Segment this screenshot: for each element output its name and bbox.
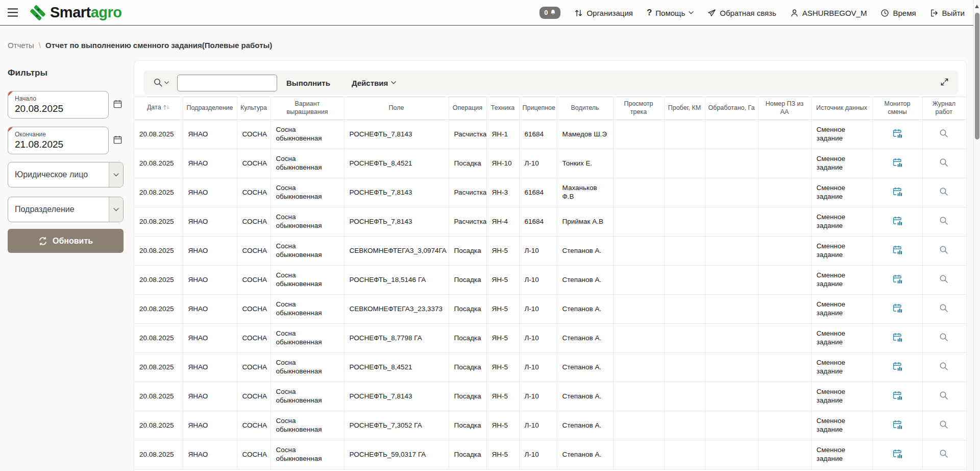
cell-driver: Степанов А.	[557, 324, 613, 353]
notifications-button[interactable]: 0	[540, 7, 560, 19]
cell-track-view	[613, 382, 664, 411]
report-table-wrapper: Дата Подразделение Культура Вариант выра…	[134, 97, 966, 471]
work-journal-icon[interactable]	[939, 333, 948, 342]
logo-text[interactable]: Smartagro	[50, 4, 122, 21]
column-header-track-view[interactable]: Просмотр трека	[613, 97, 664, 120]
legal-entity-placeholder: Юридическое лицо	[8, 170, 109, 179]
cell-culture: СОСНА	[237, 324, 271, 353]
cell-shift-monitor	[872, 353, 922, 382]
shift-monitor-icon[interactable]	[892, 449, 902, 459]
scrollbar-up-arrow[interactable]	[975, 5, 979, 8]
menu-item-feedback[interactable]: Обратная связь	[707, 9, 776, 17]
shift-monitor-icon[interactable]	[892, 419, 902, 430]
swap-vertical-icon	[574, 9, 583, 17]
cell-vehicle: ЯН-5	[486, 237, 519, 266]
work-journal-icon[interactable]	[939, 303, 948, 313]
cell-data-source: Сменное задание	[811, 324, 872, 353]
cell-task-number	[758, 440, 811, 469]
menu-item-time[interactable]: Время	[880, 9, 916, 17]
column-header-operation[interactable]: Операция	[449, 97, 486, 120]
refresh-button[interactable]: Обновить	[8, 229, 124, 253]
column-header-data-source[interactable]: Источник данных	[811, 97, 872, 120]
column-header-date[interactable]: Дата	[134, 97, 183, 120]
person-icon	[790, 9, 799, 17]
cell-field: РОСНЕФТЬ_7,3052 ГА	[344, 411, 449, 440]
column-header-division[interactable]: Подразделение	[183, 97, 237, 120]
shift-monitor-icon[interactable]	[892, 157, 902, 168]
execute-button[interactable]: Выполнить	[286, 79, 330, 87]
shift-monitor-icon[interactable]	[892, 216, 902, 226]
shift-monitor-icon[interactable]	[892, 332, 902, 342]
column-header-processed[interactable]: Обработано, Га	[705, 97, 758, 120]
cell-variant: Сосна обыкновенная	[271, 207, 344, 237]
logout-icon	[930, 9, 939, 17]
cell-mileage	[664, 237, 705, 266]
shift-monitor-icon[interactable]	[892, 245, 902, 255]
scrollbar-thumb[interactable]	[975, 13, 979, 139]
work-journal-icon[interactable]	[939, 420, 948, 429]
cell-shift-monitor	[872, 237, 922, 266]
menu-item-user[interactable]: ASHURBEGOV_M	[790, 9, 867, 17]
start-date-field[interactable]: Начало 20.08.2025	[8, 91, 109, 119]
work-journal-icon[interactable]	[939, 391, 948, 400]
cell-trailer: Л-10	[519, 149, 557, 178]
shift-monitor-icon[interactable]	[892, 390, 902, 401]
cell-shift-monitor	[872, 120, 922, 149]
breadcrumb-reports-link[interactable]: Отчеты	[8, 41, 34, 50]
end-date-field[interactable]: Окончание 21.08.2025	[8, 127, 109, 154]
end-date-calendar-button[interactable]	[112, 134, 124, 147]
search-input[interactable]	[177, 75, 277, 91]
cell-culture: СОСНА	[237, 149, 271, 178]
column-header-variant[interactable]: Вариант выращивания	[271, 97, 344, 120]
cell-track-view	[613, 266, 664, 295]
column-header-vehicle[interactable]: Техника	[486, 97, 519, 120]
page-scrollbar	[973, 0, 980, 471]
actions-menu-button[interactable]: Действия	[352, 79, 396, 87]
cell-driver: Степанов А.	[557, 353, 613, 382]
cell-shift-monitor	[872, 382, 922, 411]
work-journal-icon[interactable]	[939, 274, 948, 284]
column-header-field[interactable]: Поле	[344, 97, 449, 120]
column-header-work-journal[interactable]: Журнал работ	[922, 97, 965, 120]
cell-data-source: Сменное задание	[811, 120, 872, 149]
cell-variant: Сосна обыкновенная	[271, 266, 344, 295]
work-journal-icon[interactable]	[939, 362, 948, 371]
shift-monitor-icon[interactable]	[892, 186, 902, 197]
start-date-value: 20.08.2025	[15, 103, 103, 114]
cell-shift-monitor	[872, 178, 922, 207]
work-journal-icon[interactable]	[939, 216, 948, 225]
cell-trailer: Л-10	[519, 266, 557, 295]
work-journal-icon[interactable]	[939, 245, 948, 254]
shift-monitor-icon[interactable]	[892, 303, 902, 313]
column-header-driver[interactable]: Водитель	[557, 97, 613, 120]
division-select[interactable]: Подразделение	[8, 197, 124, 222]
menu-item-organization[interactable]: Организация	[574, 9, 632, 17]
cell-mileage	[664, 295, 705, 324]
menu-item-logout[interactable]: Выйти	[930, 9, 965, 17]
shift-monitor-icon[interactable]	[892, 128, 902, 138]
shift-monitor-icon[interactable]	[892, 274, 902, 284]
maximize-region-button[interactable]	[938, 76, 951, 90]
column-header-culture[interactable]: Культура	[237, 97, 271, 120]
cell-culture: СОСНА	[237, 237, 271, 266]
work-journal-icon[interactable]	[939, 129, 948, 138]
column-header-trailer[interactable]: Прицепное	[519, 97, 557, 120]
column-header-task-number[interactable]: Номер ПЗ из АА	[758, 97, 811, 120]
cell-processed	[705, 237, 758, 266]
cell-task-number	[758, 295, 811, 324]
column-header-shift-monitor[interactable]: Монитор смены	[872, 97, 922, 120]
column-header-mileage[interactable]: Пробег, КМ	[664, 97, 705, 120]
cell-driver: Тонких Е.	[557, 149, 613, 178]
hamburger-menu-icon[interactable]	[7, 8, 18, 17]
cell-task-number	[758, 149, 811, 178]
legal-entity-select[interactable]: Юридическое лицо	[8, 162, 124, 187]
menu-item-help[interactable]: ? Помощь	[647, 8, 694, 18]
work-journal-icon[interactable]	[939, 158, 948, 167]
shift-monitor-icon[interactable]	[892, 361, 902, 371]
work-journal-icon[interactable]	[939, 187, 948, 196]
search-options-button[interactable]	[151, 78, 172, 87]
work-journal-icon[interactable]	[939, 449, 948, 458]
sort-ascending-icon	[163, 105, 170, 112]
start-date-calendar-button[interactable]	[112, 98, 124, 111]
cell-variant: Сосна обыкновенная	[271, 353, 344, 382]
